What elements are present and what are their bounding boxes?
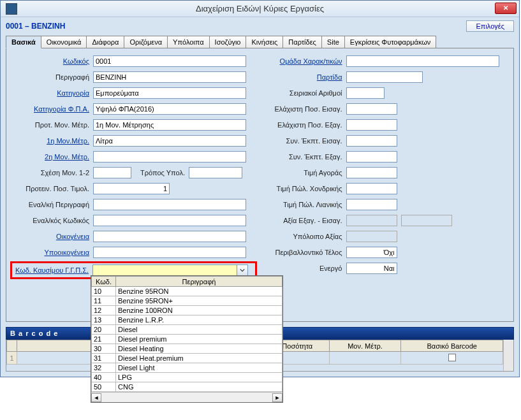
dd-row[interactable]: 11Benzine 95RON+ bbox=[92, 296, 283, 306]
basic-barcode-checkbox[interactable] bbox=[448, 354, 456, 361]
input-char-group[interactable] bbox=[346, 55, 499, 67]
input-code[interactable] bbox=[93, 55, 246, 67]
input-min-exp[interactable] bbox=[346, 119, 397, 131]
cell-basic[interactable] bbox=[401, 352, 503, 365]
dd-cell-descr: Diesel Heating bbox=[116, 344, 283, 354]
dd-cell-descr: Benzine L.R.P. bbox=[116, 315, 283, 325]
chevron-down-icon bbox=[240, 268, 245, 273]
input-env-fee[interactable] bbox=[346, 247, 397, 258]
dd-cell-descr: Benzine 95RON+ bbox=[116, 296, 283, 306]
input-fuel-code[interactable] bbox=[92, 264, 237, 276]
input-alt-code[interactable] bbox=[93, 215, 246, 226]
tab-moves[interactable]: Κινήσεις bbox=[246, 36, 283, 48]
dd-row[interactable]: 13Benzine L.R.P. bbox=[92, 315, 283, 325]
scroll-left-button[interactable]: ◄ bbox=[91, 393, 101, 402]
dd-row[interactable]: 20Diesel bbox=[92, 325, 283, 335]
dd-row[interactable]: 10Benzine 95RON bbox=[92, 287, 283, 296]
label-descr: Περιγραφή bbox=[10, 73, 93, 81]
label-disc-exp: Συν. Έκπτ. Εξαγ. bbox=[263, 153, 346, 161]
tab-balances[interactable]: Υπόλοιπα bbox=[167, 36, 210, 48]
label-lot[interactable]: Παρτίδα bbox=[263, 73, 346, 81]
input-val-exp bbox=[346, 215, 397, 226]
input-active[interactable] bbox=[346, 263, 397, 274]
tab-basic[interactable]: Βασικά bbox=[6, 36, 41, 48]
dd-cell-code: 11 bbox=[92, 296, 116, 306]
dd-cell-code: 30 bbox=[92, 344, 116, 354]
tab-econ[interactable]: Οικονομικά bbox=[41, 36, 87, 48]
dd-row[interactable]: 12Benzine 100RON bbox=[92, 306, 283, 315]
cell-uom[interactable] bbox=[329, 352, 401, 365]
input-category[interactable] bbox=[93, 87, 246, 99]
input-val-imp bbox=[401, 215, 452, 226]
grid-vertical-scrollbar[interactable] bbox=[503, 340, 513, 371]
scroll-right-button[interactable]: ► bbox=[272, 393, 283, 402]
label-subfamily[interactable]: Υποοικογένεια bbox=[10, 249, 93, 256]
input-retail-price[interactable] bbox=[346, 199, 397, 210]
input-vat-cat[interactable] bbox=[93, 103, 246, 115]
grid-row-selector-head bbox=[7, 340, 17, 352]
label-alt-descr: Εναλ/κή Περιγραφή bbox=[10, 201, 93, 208]
label-char-group[interactable]: Ομάδα Χαρακ/τικών bbox=[263, 57, 346, 65]
fuel-code-dropdown-list[interactable]: Κωδ. Περιγραφή 10Benzine 95RON11Benzine … bbox=[91, 275, 283, 403]
dd-cell-descr: CNG bbox=[116, 382, 283, 392]
label-family[interactable]: Οικογένεια bbox=[10, 233, 93, 240]
input-subfamily[interactable] bbox=[93, 247, 246, 258]
tab-trial[interactable]: Ισοζύγιο bbox=[209, 36, 247, 48]
input-whole-price[interactable] bbox=[346, 183, 397, 194]
label-uom1[interactable]: 1η Μον.Μέτρ. bbox=[10, 137, 93, 145]
label-category[interactable]: Κατηγορία bbox=[10, 89, 93, 97]
input-buy-price[interactable] bbox=[346, 167, 397, 178]
dd-row[interactable]: 31Diesel Heat.premium bbox=[92, 354, 283, 363]
dd-row[interactable]: 30Diesel Heating bbox=[92, 344, 283, 354]
input-disc-imp[interactable] bbox=[346, 135, 397, 147]
dd-head-descr[interactable]: Περιγραφή bbox=[116, 277, 283, 287]
dd-row[interactable]: 21Diesel premium bbox=[92, 335, 283, 344]
label-uom2[interactable]: 2η Μον. Μέτρ. bbox=[10, 153, 93, 161]
dd-row[interactable]: 32Diesel Light bbox=[92, 363, 283, 373]
dd-horizontal-scrollbar[interactable]: ◄ ► bbox=[91, 392, 283, 402]
input-descr[interactable] bbox=[93, 71, 246, 83]
label-code[interactable]: Κωδικός bbox=[10, 57, 93, 65]
dd-cell-code: 21 bbox=[92, 335, 116, 344]
input-uom2[interactable] bbox=[93, 151, 246, 163]
record-title: 0001 – BENZINH bbox=[6, 22, 65, 31]
tab-misc[interactable]: Διάφορα bbox=[86, 36, 124, 48]
label-fuel-code[interactable]: Κωδ. Καυσίμου Γ.Γ.Π.Σ. bbox=[13, 266, 92, 274]
input-lot[interactable] bbox=[346, 71, 423, 83]
tab-approvals[interactable]: Εγκρίσεις Φυτοφαρμάκων bbox=[344, 36, 437, 48]
input-disc-exp[interactable] bbox=[346, 151, 397, 163]
dd-cell-descr: Diesel premium bbox=[116, 335, 283, 344]
input-serials[interactable] bbox=[346, 87, 385, 99]
options-button[interactable]: Επιλογές bbox=[466, 20, 514, 32]
fuel-code-dropdown-button[interactable] bbox=[237, 264, 248, 276]
grid-row-marker: 1 bbox=[7, 352, 17, 365]
input-alt-descr[interactable] bbox=[93, 199, 246, 210]
tab-lots[interactable]: Παρτίδες bbox=[283, 36, 322, 48]
input-pref-uom[interactable] bbox=[93, 119, 246, 131]
dd-head-code[interactable]: Κωδ. bbox=[92, 277, 116, 287]
dd-cell-descr: Benzine 100RON bbox=[116, 306, 283, 315]
dd-row[interactable]: 40LPG bbox=[92, 373, 283, 382]
dd-cell-descr: Diesel Light bbox=[116, 363, 283, 373]
label-pref-uom: Προτ. Μον. Μέτρ. bbox=[10, 121, 93, 129]
input-family[interactable] bbox=[93, 231, 246, 242]
tab-site[interactable]: Site bbox=[321, 36, 345, 48]
tab-defined[interactable]: Οριζόμενα bbox=[124, 36, 168, 48]
close-button[interactable]: ✕ bbox=[495, 3, 517, 14]
input-uom1[interactable] bbox=[93, 135, 246, 147]
dd-cell-descr: Benzine 95RON bbox=[116, 287, 283, 296]
grid-col-basic[interactable]: Βασικό Barcode bbox=[401, 340, 503, 352]
label-vat-cat[interactable]: Κατηγορία Φ.Π.Α. bbox=[10, 105, 93, 113]
label-disc-imp: Συν. Έκπτ. Εισαγ. bbox=[263, 137, 346, 145]
label-serials: Σειριακοί Αριθμοί bbox=[263, 89, 346, 97]
grid-col-uom[interactable]: Μον. Μέτρ. bbox=[329, 340, 401, 352]
input-calc-mode[interactable] bbox=[189, 167, 242, 178]
label-sugg-price-qty: Προτειν. Ποσ. Τιμολ. bbox=[10, 185, 93, 192]
input-rel12[interactable] bbox=[93, 167, 131, 178]
input-min-imp[interactable] bbox=[346, 103, 397, 115]
label-min-exp: Ελάχιστη Ποσ. Εξαγ. bbox=[263, 121, 346, 129]
input-sugg-price-qty[interactable] bbox=[93, 183, 170, 194]
dd-cell-code: 50 bbox=[92, 382, 116, 392]
label-alt-code: Εναλ/κός Κωδικός bbox=[10, 217, 93, 224]
dd-row[interactable]: 50CNG bbox=[92, 382, 283, 392]
